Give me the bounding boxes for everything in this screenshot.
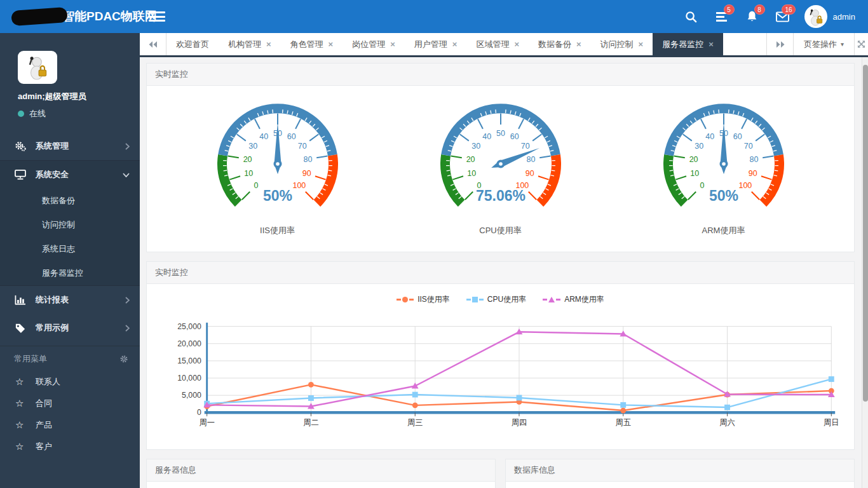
star-icon: ☆: [15, 398, 27, 409]
double-right-icon: [776, 41, 785, 48]
favorite-item-product[interactable]: ☆产品: [0, 414, 140, 436]
sidebar-item-system-management[interactable]: 系统管理: [0, 132, 140, 160]
status-label: 在线: [29, 108, 46, 119]
svg-text:10: 10: [244, 169, 253, 178]
svg-text:30: 30: [695, 142, 703, 151]
legend-label: ARM使用率: [564, 294, 604, 305]
tab-close-icon[interactable]: ×: [514, 39, 519, 49]
chart-panel-title: 实时监控: [147, 262, 854, 284]
tab-close-icon[interactable]: ×: [266, 39, 271, 49]
sidebar-subitem-server-monitor[interactable]: 服务器监控: [0, 261, 140, 285]
legend-item-CPU使用率[interactable]: CPU使用率: [466, 294, 526, 305]
svg-text:60: 60: [287, 132, 295, 141]
chart-icon: [14, 295, 27, 305]
svg-text:70: 70: [743, 142, 752, 151]
tab-data-backup[interactable]: 数据备份×: [529, 33, 591, 55]
legend-label: CPU使用率: [487, 294, 526, 305]
server-info-body: [147, 482, 495, 488]
sidebar-subitem-access-control[interactable]: 访问控制: [0, 213, 140, 237]
sidebar-item-label: 常用示例: [36, 322, 125, 334]
sidebar-menu: 系统管理系统安全数据备份访问控制系统日志服务器监控统计报表常用示例: [0, 132, 140, 342]
svg-text:75.06%: 75.06%: [475, 187, 525, 204]
db-info-title: 数据库信息: [506, 459, 854, 482]
svg-text:80: 80: [303, 155, 312, 164]
bottom-panels-row: 服务器信息 数据库信息: [146, 459, 855, 488]
search-button[interactable]: [676, 0, 707, 33]
tab-close-icon[interactable]: ×: [576, 39, 581, 49]
sidebar-item-statistics-report[interactable]: 统计报表: [0, 286, 140, 314]
double-left-icon: [149, 41, 158, 48]
sidebar-item-common-examples[interactable]: 常用示例: [0, 314, 140, 342]
svg-text:周二: 周二: [303, 418, 319, 427]
tab-welcome[interactable]: 欢迎首页: [166, 33, 219, 55]
profile-name: admin;超级管理员: [18, 91, 140, 102]
gauge-title: IIS使用率: [205, 225, 351, 236]
svg-text:10: 10: [467, 169, 476, 178]
tab-access-control[interactable]: 访问控制×: [591, 33, 653, 55]
svg-text:20,000: 20,000: [177, 339, 201, 348]
page-content: 实时监控 010203040506070809010050%IIS使用率0102…: [140, 57, 862, 488]
svg-text:0: 0: [700, 181, 704, 190]
gauge-title: ARM使用率: [651, 225, 797, 236]
tabs-scroll-left-button[interactable]: [140, 33, 166, 55]
messages-button[interactable]: 16: [768, 0, 798, 33]
favorite-item-customer[interactable]: ☆客户: [0, 436, 140, 458]
sidebar-subitem-data-backup[interactable]: 数据备份: [0, 189, 140, 213]
tab-role-management[interactable]: 角色管理×: [281, 33, 343, 55]
tabs-scroll-right-button[interactable]: [766, 33, 793, 55]
notifications-button[interactable]: 8: [737, 0, 768, 33]
tab-label: 用户管理: [414, 39, 447, 50]
tab-server-monitor[interactable]: 服务器监控×: [653, 33, 723, 55]
tab-label: 岗位管理: [352, 39, 385, 50]
profile-avatar[interactable]: [18, 51, 57, 84]
sidebar-toggle-icon[interactable]: [149, 10, 165, 23]
user-menu[interactable]: admin: [798, 5, 868, 28]
legend-item-IIS使用率[interactable]: IIS使用率: [397, 294, 450, 305]
sidebar-subitem-system-log[interactable]: 系统日志: [0, 237, 140, 261]
tab-actions-label: 页签操作: [804, 39, 837, 50]
favorite-label: 产品: [36, 419, 52, 431]
vertical-scrollbar[interactable]: [862, 57, 868, 488]
chevron-right-icon: [125, 143, 130, 150]
tab-actions-dropdown[interactable]: 页签操作 ▾: [793, 33, 854, 55]
expand-icon: [857, 40, 865, 48]
tab-close-icon[interactable]: ×: [390, 39, 395, 49]
fullscreen-toggle-button[interactable]: [854, 33, 868, 55]
svg-text:60: 60: [510, 132, 519, 141]
tab-org-management[interactable]: 机构管理×: [219, 33, 281, 55]
sidebar-item-system-security[interactable]: 系统安全: [0, 161, 140, 189]
tab-close-icon[interactable]: ×: [709, 39, 714, 49]
sidebar-block-statistics-report: 统计报表: [0, 286, 140, 314]
sidebar-item-label: 统计报表: [36, 294, 125, 306]
svg-text:30: 30: [248, 142, 257, 151]
tab-label: 访问控制: [600, 39, 634, 50]
tab-post-management[interactable]: 岗位管理×: [342, 33, 405, 55]
gauge-CPU使用率: 010203040506070809010075.06%CPU使用率: [428, 97, 574, 236]
sidebar-block-common-examples: 常用示例: [0, 314, 140, 342]
db-info-body: [506, 482, 854, 488]
user-name: admin: [833, 12, 855, 22]
tab-user-management[interactable]: 用户管理×: [405, 33, 467, 55]
favorites-section-title: 常用菜单: [14, 353, 119, 365]
svg-text:80: 80: [526, 155, 535, 164]
favorites-settings-icon[interactable]: [119, 355, 128, 363]
tab-close-icon[interactable]: ×: [452, 39, 458, 49]
favorite-item-contacts[interactable]: ☆联系人: [0, 371, 140, 393]
star-icon: ☆: [15, 441, 27, 452]
scrollbar-thumb[interactable]: [863, 65, 868, 402]
tasks-button[interactable]: 5: [707, 0, 737, 33]
user-avatar: [804, 5, 827, 28]
svg-text:周三: 周三: [407, 418, 423, 427]
gauges-body: 010203040506070809010050%IIS使用率010203040…: [147, 86, 854, 252]
tab-region-management[interactable]: 区域管理×: [466, 33, 529, 55]
sidebar-block-system-management: 系统管理: [0, 132, 140, 160]
server-info-title: 服务器信息: [147, 459, 495, 482]
chevron-down-icon: [123, 173, 130, 177]
legend-item-ARM使用率[interactable]: ARM使用率: [543, 294, 604, 305]
svg-text:周五: 周五: [615, 418, 631, 427]
tab-close-icon[interactable]: ×: [329, 39, 334, 49]
tab-close-icon[interactable]: ×: [639, 39, 644, 49]
favorite-item-contract[interactable]: ☆合同: [0, 393, 140, 414]
svg-text:25,000: 25,000: [177, 322, 201, 331]
svg-text:50%: 50%: [709, 187, 738, 204]
